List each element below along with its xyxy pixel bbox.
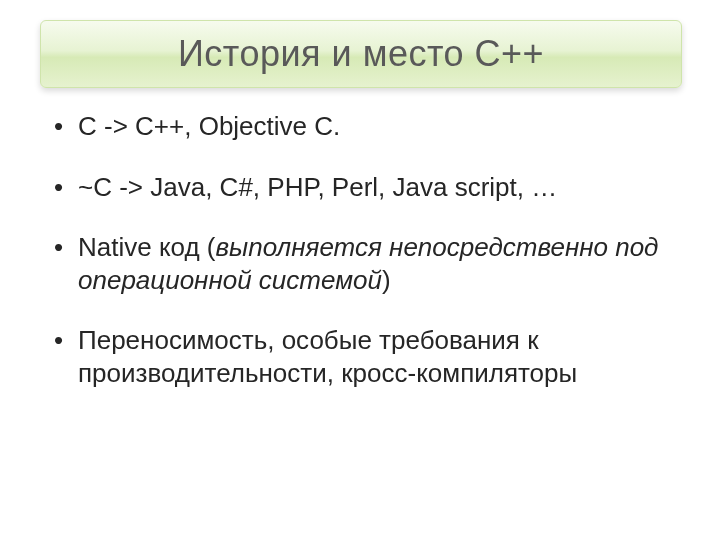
list-item: ~С -> Java, C#, PHP, Perl, Java script, … <box>50 171 670 204</box>
bullet-text: ~С -> Java, C#, PHP, Perl, Java script, … <box>78 172 557 202</box>
list-item: Native код (выполняется непосредственно … <box>50 231 670 296</box>
bullet-list: C -> C++, Objective C. ~С -> Java, C#, P… <box>50 110 670 389</box>
slide-body: C -> C++, Objective C. ~С -> Java, C#, P… <box>50 110 670 417</box>
list-item: C -> C++, Objective C. <box>50 110 670 143</box>
slide: История и место C++ C -> C++, Objective … <box>0 0 720 540</box>
list-item: Переносимость, особые требования к произ… <box>50 324 670 389</box>
bullet-text: Переносимость, особые требования к произ… <box>78 325 577 388</box>
bullet-text-prefix: Native код ( <box>78 232 216 262</box>
title-box: История и место C++ <box>40 20 682 88</box>
bullet-text-suffix: ) <box>382 265 391 295</box>
slide-title: История и место C++ <box>178 33 544 75</box>
bullet-text: C -> C++, Objective C. <box>78 111 340 141</box>
